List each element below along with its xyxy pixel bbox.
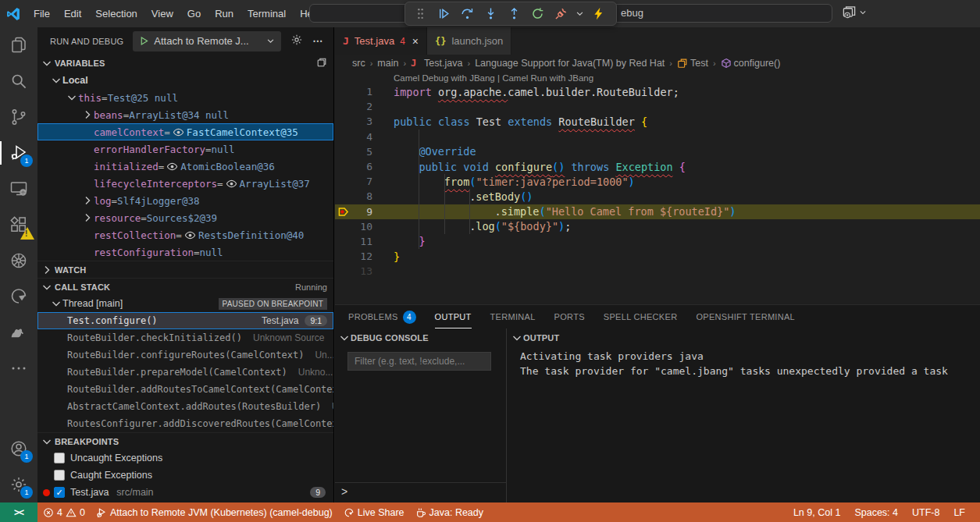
play-icon — [139, 36, 149, 46]
step-over-icon[interactable] — [457, 4, 477, 23]
variable-row[interactable]: restConfiguration = null — [37, 243, 333, 261]
layout-control[interactable] — [842, 5, 867, 20]
debug-console-header[interactable]: DEBUG CONSOLE — [335, 328, 506, 347]
menu-file[interactable]: File — [27, 5, 57, 23]
menu-selection[interactable]: Selection — [88, 5, 144, 23]
debug-console-filter-input[interactable] — [347, 352, 491, 371]
menu-terminal[interactable]: Terminal — [241, 5, 293, 23]
lazy-eye-icon[interactable] — [166, 161, 178, 172]
debug-console-repl[interactable]: > — [335, 482, 506, 499]
camel-icon[interactable] — [0, 314, 37, 350]
output-header[interactable]: OUTPUT — [508, 328, 980, 347]
variable-row[interactable]: initialized = AtomicBoolean@36 — [37, 158, 333, 175]
stack-frame-row[interactable]: RoutesConfigurer.addDiscoveredRoutes(Cam… — [37, 415, 333, 432]
live-share-status[interactable]: Live Share — [338, 502, 410, 522]
paused-breakpoint-icon[interactable] — [335, 204, 352, 219]
stack-frame-row[interactable]: RouteBuilder.addRoutesToCamelContext(Cam… — [37, 381, 333, 398]
variable-row[interactable]: Local — [37, 72, 333, 89]
variable-row[interactable]: this = Test@25 null — [37, 89, 333, 106]
panel-tab-output[interactable]: OUTPUT — [435, 305, 472, 328]
stack-frame-row[interactable]: RouteBuilder.checkInitialized()Unknown S… — [37, 329, 333, 346]
remote-indicator[interactable]: >< — [0, 502, 37, 522]
panel-tab-ports[interactable]: PORTS — [554, 305, 585, 328]
variable-row[interactable]: restCollection = RestsDefinition@40 — [37, 226, 333, 243]
breadcrumb-item[interactable]: JTest.java — [411, 58, 462, 69]
panel-tab-openshift-terminal[interactable]: OPENSHIFT TERMINAL — [696, 305, 795, 328]
variable-row[interactable]: log = Slf4jLogger@38 — [37, 192, 333, 209]
breadcrumb-item[interactable]: src — [352, 58, 365, 69]
variable-row[interactable]: resource = Sources$2@39 — [37, 209, 333, 226]
lazy-eye-icon[interactable] — [226, 178, 237, 190]
panel-tab-spell-checker[interactable]: SPELL CHECKER — [604, 305, 678, 328]
variable-row[interactable]: errorHandlerFactory = null — [37, 140, 333, 158]
tab-launch-json[interactable]: {}launch.json — [427, 27, 511, 55]
lazy-eye-icon[interactable] — [184, 229, 196, 241]
variable-row[interactable]: lifecycleInterceptors = ArrayList@37 — [37, 175, 333, 192]
source-control-icon[interactable] — [0, 99, 37, 135]
restart-icon[interactable] — [527, 4, 547, 23]
more-actions-icon[interactable]: ⋯ — [312, 35, 323, 47]
lazy-eye-icon[interactable] — [173, 126, 184, 138]
eol-status[interactable]: LF — [950, 502, 969, 522]
menu-go[interactable]: Go — [180, 5, 208, 23]
settings-icon[interactable]: 1 — [0, 467, 37, 502]
breakpoint-row[interactable]: Uncaught Exceptions — [37, 449, 333, 467]
breadcrumb[interactable]: src›main›JTest.java›Language Support for… — [335, 55, 980, 72]
run-and-debug-icon[interactable]: 1 — [0, 135, 37, 171]
extensions-icon[interactable] — [0, 207, 37, 243]
java-status[interactable]: Java: Ready — [410, 502, 489, 522]
stack-frame-row[interactable]: RouteBuilder.prepareModel(CamelContext)U… — [37, 364, 333, 381]
cursor-position-status[interactable]: Ln 9, Col 1 — [789, 502, 844, 522]
accounts-icon[interactable]: 1 — [0, 431, 37, 467]
launch-config-dropdown[interactable]: Attach to Remote J... — [133, 31, 281, 51]
breadcrumb-item[interactable]: main — [377, 58, 398, 69]
chevron-down-icon[interactable] — [574, 4, 585, 23]
menu-run[interactable]: Run — [208, 5, 241, 23]
stack-frame-row[interactable]: AbstractCamelContext.addRoutes(RoutesBui… — [37, 398, 333, 415]
tab-test-java[interactable]: JTest.java4× — [335, 27, 427, 55]
continue-icon[interactable] — [433, 4, 454, 23]
variable-row[interactable]: camelContext = FastCamelContext@35 — [37, 123, 333, 140]
breakpoint-checkbox[interactable]: ✓ — [54, 487, 65, 498]
breakpoint-checkbox[interactable] — [54, 470, 65, 481]
step-into-icon[interactable] — [480, 4, 501, 23]
breakpoints-section-header[interactable]: BREAKPOINTS — [37, 432, 333, 449]
panel-tab-problems[interactable]: PROBLEMS4 — [348, 305, 416, 328]
disconnect-icon[interactable] — [551, 4, 571, 23]
more-icon[interactable] — [0, 350, 37, 386]
breadcrumb-item[interactable]: Language Support for Java(TM) by Red Hat — [475, 58, 665, 69]
stack-frame-row[interactable]: RouteBuilder.configureRoutes(CamelContex… — [37, 346, 333, 364]
close-icon[interactable]: × — [412, 35, 419, 48]
breadcrumb-item[interactable]: configure() — [721, 58, 781, 69]
panel-tab-terminal[interactable]: TERMINAL — [490, 305, 536, 328]
breadcrumb-item[interactable]: Test — [677, 58, 708, 69]
encoding-status[interactable]: UTF-8 — [908, 502, 943, 522]
codelens-links[interactable]: Camel Debug with JBang | Camel Run with … — [335, 72, 980, 84]
thread-row[interactable]: Thread [main] PAUSED ON BREAKPOINT — [37, 295, 333, 312]
lightning-icon[interactable] — [588, 4, 608, 23]
indentation-status[interactable]: Spaces: 4 — [850, 502, 902, 522]
call-stack-section-header[interactable]: CALL STACK Running — [37, 278, 333, 295]
json-file-icon: {} — [435, 36, 446, 47]
variables-section-header[interactable]: VARIABLES — [37, 55, 333, 72]
search-icon[interactable] — [0, 63, 37, 99]
copy-value-icon[interactable] — [316, 57, 327, 69]
breakpoint-row[interactable]: Caught Exceptions — [37, 467, 333, 484]
menu-view[interactable]: View — [144, 5, 180, 23]
share-icon[interactable] — [0, 279, 37, 314]
breakpoint-checkbox[interactable] — [54, 453, 65, 463]
debug-settings-gear-icon[interactable] — [290, 34, 303, 48]
step-out-icon[interactable] — [504, 4, 524, 23]
output-log[interactable]: Activating task providers javaThe task p… — [508, 347, 980, 378]
breakpoint-row[interactable]: ✓Test.javasrc/main9 — [37, 484, 333, 501]
watch-section-header[interactable]: WATCH — [37, 261, 333, 278]
remote-explorer-icon[interactable] — [0, 171, 37, 207]
kubernetes-icon[interactable] — [0, 243, 37, 279]
menu-edit[interactable]: Edit — [57, 5, 88, 23]
debug-session-status[interactable]: Attach to Remote JVM (Kubernetes) (camel… — [91, 502, 338, 522]
problems-status[interactable]: 4 0 — [37, 502, 91, 522]
stack-frame-row[interactable]: Test.configure()Test.java9:1 — [37, 312, 333, 329]
code-editor[interactable]: Camel Debug with JBang | Camel Run with … — [335, 72, 980, 304]
variable-row[interactable]: beans = ArrayList@34 null — [37, 106, 333, 123]
explorer-icon[interactable] — [0, 27, 37, 63]
